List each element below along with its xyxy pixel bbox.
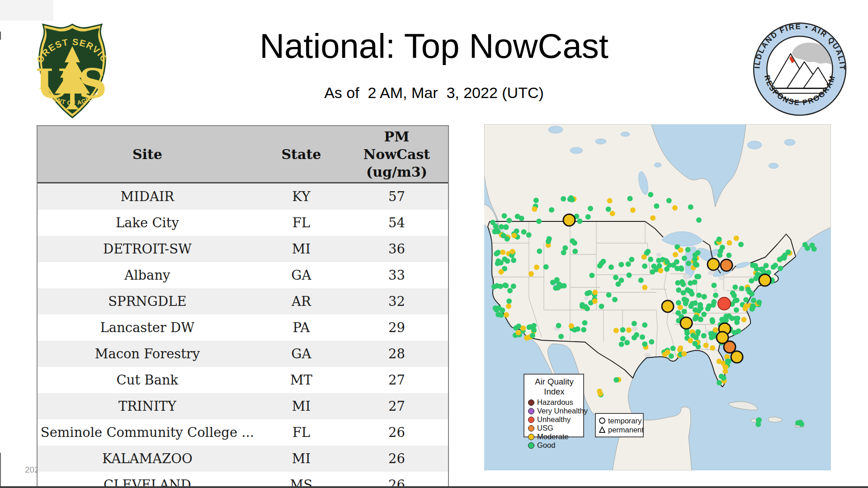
unhealthy-swatch-icon [528,417,534,423]
top-nowcast-table: Site State PM NowCast (ug/m3) MIDAIRKY57… [37,125,449,488]
monitor-dot-good [732,285,738,290]
monitor-dot-good [711,282,717,288]
monitor-dot-good [723,318,729,323]
monitor-dot-good [739,286,745,291]
top-site-marker-moderate [662,300,674,312]
monitor-dot-moderate [569,323,574,328]
monitor-dot-good [511,284,516,289]
monitor-dot-good [701,312,707,317]
monitor-dot-good [778,266,783,271]
monitor-dot-good [511,258,516,263]
monitor-dot-good [530,333,535,338]
aqi-legend-item: Good [528,441,580,450]
table-row: TRINITYMI27 [38,393,448,419]
monitor-dot-good [577,219,582,224]
monitor-dot-good [750,304,756,309]
monitor-dot-good [713,292,718,298]
top-site-marker-unhealthy [718,297,731,310]
monitor-dot-good [629,257,634,262]
value-cell: 32 [345,288,448,314]
moderate-swatch-icon [528,434,534,440]
monitor-dot-good [537,249,542,254]
monitor-dot-good [734,307,739,313]
state-cell: GA [257,341,345,367]
site-cell: Lake City [38,210,257,236]
monitor-dot-good [664,259,670,265]
monitor-dot-good [553,286,558,291]
table-row: SPRNGDLEAR32 [38,288,448,314]
monitor-dot-good [642,342,647,347]
monitor-dot-good [606,292,612,298]
table-row: DETROIT-SWMI36 [38,236,448,262]
monitor-dot-good [609,264,614,270]
monitor-dot-good [809,243,815,248]
page-subtitle: As of 2 AM, Mar 3, 2022 (UTC) [163,84,705,102]
monitor-dot-good [624,340,630,345]
top-site-marker-moderate [708,258,719,270]
monitor-dot-good [632,321,637,326]
monitor-dot-moderate [650,216,656,221]
monitor-dot-good [494,251,499,257]
site-cell: Lancaster DW [38,314,257,341]
monitor-dot-good [505,258,510,264]
monitor-dot-good [773,263,778,268]
monitor-dot-good [797,420,803,425]
aqi-legend-item: Unhealthy [528,416,580,424]
monitor-dot-good [764,263,769,268]
monitor-dot-moderate [734,235,739,241]
monitor-dot-moderate [504,312,509,318]
table-row: Macon ForestryGA28 [38,341,448,367]
monitor-dot-good [685,247,691,252]
monitor-dot-good [562,245,568,251]
usfs-shield-icon: FOREST SERVICE DEPARTMENT OF AGRICULTURE… [25,21,120,121]
state-cell: FL [257,419,345,446]
monitor-dot-good [502,282,508,288]
monitor-dot-good [627,272,632,278]
monitor-dot-good [648,192,653,197]
aqi-legend-item: Moderate [528,433,580,441]
state-cell: MI [257,446,345,472]
aqi-legend-label: USG [537,424,553,432]
table-row: Seminole Community College ...FL26 [38,419,448,446]
monitor-dot-good [585,291,590,296]
monitor-dot-good [649,339,654,345]
monitor-dot-good [526,232,532,238]
monitor-dot-good [651,263,656,269]
monitor-dot-moderate [681,351,687,357]
monitor-dot-moderate [598,391,603,397]
state-cell: PA [257,314,345,341]
monitor-dot-moderate [532,206,537,212]
monitor-dot-good [802,242,808,247]
monitor-dot-good [561,196,566,202]
monitor-dot-good [589,272,594,278]
monitor-dot-moderate [642,285,647,290]
monitor-dot-good [616,282,621,287]
table-row: CLEVELANDMS26 [38,472,448,488]
aqi-legend-label: Good [537,441,555,450]
monitor-dot-good [613,377,619,383]
monitor-dot-good [613,275,618,280]
aqi-legend-label: Unhealthy [537,415,571,424]
monitor-dot-good [650,269,655,275]
monitor-dot-good [690,333,696,338]
monitor-dot-moderate [678,305,683,310]
monitor-dot-moderate [743,306,748,311]
monitor-dot-good [642,322,647,328]
monitor-dot-good [743,297,749,302]
monitor-dot-good [695,329,701,335]
circle-temporary-icon [599,417,606,424]
monitor-dot-moderate [688,338,693,343]
monitor-dot-moderate [528,271,534,277]
table-row: Lancaster DWPA29 [38,314,448,341]
value-cell: 26 [345,446,448,472]
monitor-dot-good [702,294,707,300]
value-cell: 57 [345,183,448,210]
monitor-dot-moderate [678,247,684,253]
monitor-dot-good [527,324,532,330]
table-row: AlbanyGA33 [38,262,448,288]
aqi-legend-title: Air Quality Index [528,377,580,397]
table-row: MIDAIRKY57 [38,183,448,210]
monitor-dot-good [585,214,591,220]
monitor-dot-moderate [726,240,732,245]
monitor-dot-good [558,334,564,339]
